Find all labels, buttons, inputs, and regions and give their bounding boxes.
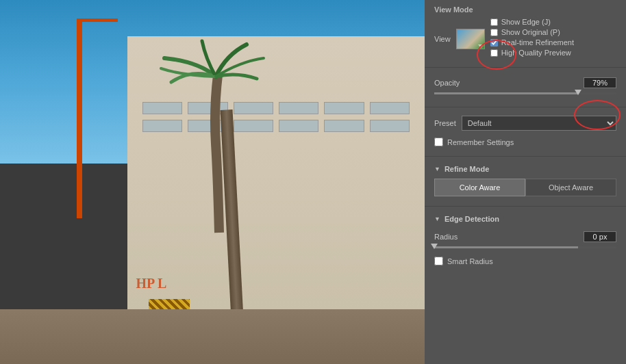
- palm-fronds-svg: [137, 21, 274, 239]
- object-aware-button[interactable]: Object Aware: [525, 179, 616, 196]
- divider-3: [425, 156, 626, 157]
- divider-2: [425, 107, 626, 107]
- remember-label: Remember Settings: [447, 138, 514, 146]
- slider-row: [425, 91, 626, 103]
- crane: [77, 18, 82, 219]
- opacity-track: [434, 92, 616, 94]
- radius-row: Radius: [434, 229, 616, 245]
- divider-4: [425, 206, 626, 207]
- refine-arrow: ▼: [434, 166, 440, 172]
- mode-buttons: Color Aware Object Aware: [425, 176, 626, 202]
- realtime-label: Real-time Refinement: [501, 38, 574, 47]
- edge-section: Radius Smart Radius: [425, 226, 626, 271]
- image-panel: HP L: [0, 0, 425, 364]
- hq-checkbox[interactable]: [490, 49, 498, 57]
- radius-slider-row: [434, 245, 616, 255]
- window: [324, 102, 364, 114]
- show-edge-label: Show Edge (J): [501, 18, 551, 26]
- refine-mode-title: Refine Mode: [445, 165, 489, 173]
- show-edge-row: Show Edge (J): [490, 18, 616, 26]
- window: [324, 120, 364, 132]
- opacity-label: Opacity: [434, 79, 460, 87]
- radius-thumb: [431, 244, 438, 249]
- refine-mode-header[interactable]: ▼ Refine Mode: [425, 161, 626, 176]
- smart-radius-row: Smart Radius: [434, 255, 616, 267]
- lower-area: [0, 309, 425, 364]
- edge-arrow: ▼: [434, 216, 440, 222]
- window: [370, 120, 410, 132]
- radius-label: Radius: [434, 233, 458, 241]
- view-mode-title: View Mode: [434, 5, 616, 14]
- radius-track: [434, 246, 616, 248]
- window: [279, 102, 318, 114]
- show-original-checkbox[interactable]: [490, 29, 498, 36]
- opacity-input[interactable]: [584, 77, 616, 88]
- hotel-sign: HP L: [136, 276, 166, 291]
- realtime-row: Real-time Refinement: [490, 38, 616, 47]
- view-thumbnail-container[interactable]: [456, 29, 485, 49]
- preset-dropdown[interactable]: Default Custom: [462, 116, 616, 131]
- remember-checkbox[interactable]: [434, 138, 443, 146]
- remember-settings-row: Remember Settings: [425, 135, 626, 152]
- smart-radius-checkbox[interactable]: [434, 257, 443, 265]
- preset-label: Preset: [434, 119, 456, 127]
- opacity-row: Opacity: [425, 72, 626, 91]
- smart-radius-label: Smart Radius: [447, 257, 493, 265]
- preset-row: Preset Default Custom: [425, 112, 626, 135]
- show-edge-checkbox[interactable]: [490, 18, 498, 26]
- show-original-label: Show Original (P): [501, 28, 560, 36]
- hq-label: High Quality Preview: [501, 49, 571, 57]
- crane-arm: [77, 18, 118, 22]
- view-label: View: [434, 35, 451, 43]
- right-panel: View Mode View Show Edge (J) Show Or: [425, 0, 626, 364]
- edge-detection-header[interactable]: ▼ Edge Detection: [425, 211, 626, 226]
- view-dropdown-arrow: [478, 44, 484, 48]
- divider-1: [425, 67, 626, 68]
- view-mode-section: View Mode View Show Edge (J) Show Or: [425, 0, 626, 63]
- radius-input[interactable]: [584, 231, 616, 242]
- opacity-thumb: [575, 90, 581, 95]
- window: [279, 120, 318, 132]
- show-original-row: Show Original (P): [490, 28, 616, 36]
- color-aware-button[interactable]: Color Aware: [434, 179, 525, 196]
- hq-row: High Quality Preview: [490, 49, 616, 57]
- window: [370, 102, 410, 114]
- awning: [149, 299, 190, 309]
- realtime-checkbox[interactable]: [490, 39, 498, 47]
- edge-detection-title: Edge Detection: [445, 215, 499, 223]
